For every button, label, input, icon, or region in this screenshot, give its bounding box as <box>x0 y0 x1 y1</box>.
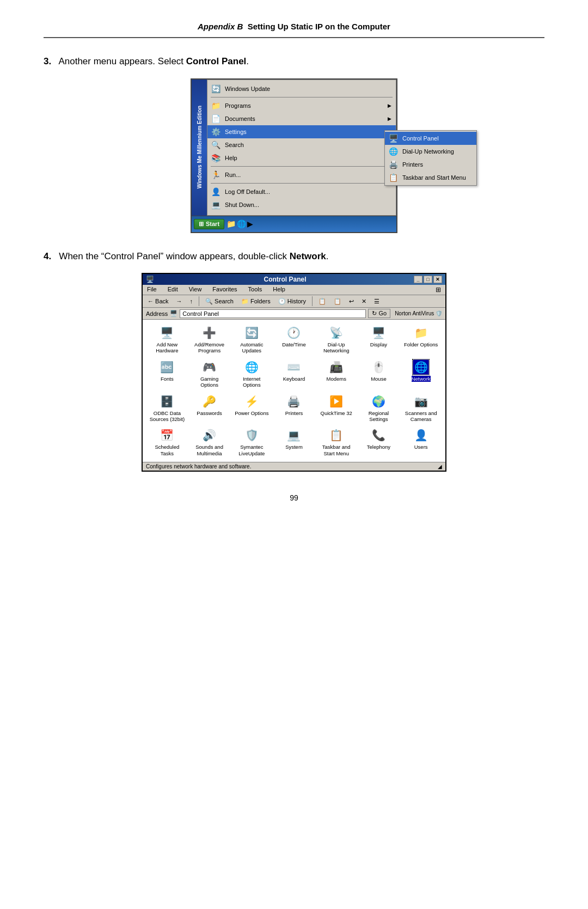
search-button[interactable]: 🔍 Search <box>203 297 236 306</box>
menu-item-label: Run... <box>225 172 241 178</box>
up-button[interactable]: ↑ <box>187 297 196 306</box>
undo-button[interactable]: ↩ <box>346 297 357 306</box>
taskbar-icon-1[interactable]: 📁 <box>226 219 236 228</box>
modems-icon: 📠 <box>328 359 345 375</box>
forward-button[interactable]: → <box>174 297 185 306</box>
menu-item-run[interactable]: 🏃 Run... <box>207 168 396 181</box>
cp-icon-fonts[interactable]: 🔤 Fonts <box>147 358 187 389</box>
regional-icon: 🌍 <box>370 394 387 409</box>
minimize-button[interactable]: _ <box>414 276 422 283</box>
back-button[interactable]: ← Back <box>145 297 171 306</box>
submenu-item-printers[interactable]: 🖨️ Printers <box>385 158 476 171</box>
cp-screenshot: 🖥️ Control Panel _ □ ✕ File Edit View Fa… <box>142 273 446 472</box>
scheduled-label: ScheduledTasks <box>155 444 179 456</box>
resize-grip: ◢ <box>438 463 442 469</box>
menu-item-help[interactable]: 📚 Help <box>207 151 396 164</box>
cp-icon-datetime[interactable]: 🕐 Date/Time <box>274 324 314 355</box>
cp-icon-display[interactable]: 🖥️ Display <box>359 324 399 355</box>
cp-icon-auto-updates[interactable]: 🔄 AutomaticUpdates <box>231 324 272 355</box>
cp-icon-system[interactable]: 💻 System <box>274 426 314 457</box>
cp-icon-keyboard[interactable]: ⌨️ Keyboard <box>274 358 314 389</box>
submenu-item-control-panel[interactable]: 🖥️ Control Panel <box>385 132 476 145</box>
printers-icon: 🖨️ <box>286 394 302 409</box>
menu-file[interactable]: File <box>145 285 159 294</box>
close-button[interactable]: ✕ <box>433 276 442 283</box>
cp-icon-quicktime[interactable]: ▶️ QuickTime 32 <box>316 393 357 424</box>
menu-favorites[interactable]: Favorites <box>210 285 239 294</box>
step-4-pre: When the “Control Panel” window appears,… <box>59 251 289 261</box>
cp-icon-regional[interactable]: 🌍 RegionalSettings <box>359 393 399 424</box>
cp-icon-taskbar-startmenu[interactable]: 📋 Taskbar andStart Menu <box>316 426 357 457</box>
taskbar-icon-2[interactable]: 🌐 <box>237 219 246 228</box>
cp-icon-network[interactable]: 🌐 Network <box>401 358 441 389</box>
menu-separator-2 <box>211 166 393 167</box>
menu-item-documents[interactable]: 📄 Documents ▶ <box>207 112 396 125</box>
datetime-label: Date/Time <box>282 341 305 347</box>
documents-arrow: ▶ <box>388 116 391 121</box>
cp-icon-symantec[interactable]: 🛡️ SymantecLiveUpdate <box>231 426 272 457</box>
cp-icon-printers[interactable]: 🖨️ Printers <box>274 393 314 424</box>
cp-icon-users[interactable]: 👤 Users <box>401 426 441 457</box>
submenu-item-taskbar[interactable]: 📋 Taskbar and Start Menu <box>385 171 476 184</box>
submenu-item-dialup[interactable]: 🌐 Dial-Up Networking <box>385 145 476 158</box>
menu-tools[interactable]: Tools <box>246 285 265 294</box>
cp-toolbar: ← Back → ↑ 🔍 Search 📁 Folders 🕐 History … <box>143 295 445 308</box>
symantec-label: SymantecLiveUpdate <box>238 444 265 456</box>
cp-icon-add-remove[interactable]: ➕ Add/RemovePrograms <box>189 324 230 355</box>
cp-icon-telephony[interactable]: 📞 Telephony <box>359 426 399 457</box>
step-3: 3. Another menu appears. Select Control … <box>44 54 544 233</box>
copy-button[interactable]: 📋 <box>316 297 329 306</box>
cp-icon-sounds[interactable]: 🔊 Sounds andMultimedia <box>189 426 230 457</box>
dialup-label: Dial-UpNetworking <box>323 341 350 354</box>
taskbar-icon-3[interactable]: ▶ <box>247 219 253 228</box>
menu-item-windows-update[interactable]: 🔄 Windows Update <box>207 82 396 95</box>
menu-item-programs[interactable]: 📁 Programs ▶ <box>207 99 396 112</box>
cp-icon-passwords[interactable]: 🔑 Passwords <box>189 393 230 424</box>
cp-icon-folder-options[interactable]: 📁 Folder Options <box>401 324 441 355</box>
step-4-number: 4. <box>44 251 51 261</box>
add-remove-icon: ➕ <box>201 325 218 340</box>
maximize-button[interactable]: □ <box>424 276 432 283</box>
menu-item-label: Log Off Default... <box>225 188 270 195</box>
cp-icon-mouse[interactable]: 🖱️ Mouse <box>359 358 399 389</box>
paste-button[interactable]: 📋 <box>331 297 344 306</box>
keyboard-icon: ⌨️ <box>286 359 302 375</box>
menu-help[interactable]: Help <box>271 285 287 294</box>
add-remove-label: Add/RemovePrograms <box>194 341 224 354</box>
history-button[interactable]: 🕐 History <box>275 297 309 306</box>
address-input[interactable] <box>180 309 366 318</box>
symantec-icon: 🛡️ <box>243 428 260 443</box>
modems-label: Modems <box>326 376 346 382</box>
cp-icon-power[interactable]: ⚡ Power Options <box>231 393 272 424</box>
cp-icon-gaming[interactable]: 🎮 GamingOptions <box>189 358 230 389</box>
cp-icon-dialup[interactable]: 📡 Dial-UpNetworking <box>316 324 357 355</box>
menu-item-search[interactable]: 🔍 Search ▶ <box>207 138 396 151</box>
cp-statusbar: Configures network hardware and software… <box>143 462 445 471</box>
printers-label: Printers <box>285 410 303 416</box>
folders-button[interactable]: 📁 Folders <box>238 297 273 306</box>
cp-icon-modems[interactable]: 📠 Modems <box>316 358 357 389</box>
cp-icon-add-hardware[interactable]: 🖥️ Add NewHardware <box>147 324 187 355</box>
cp-icon-scanners[interactable]: 📷 Scanners andCameras <box>401 393 441 424</box>
fonts-icon: 🔤 <box>159 359 175 375</box>
menu-item-logoff[interactable]: 👤 Log Off Default... <box>207 185 396 198</box>
sidebar-text: Windows Me Millennium Edition <box>197 106 203 188</box>
menu-item-label: Programs <box>225 102 251 109</box>
start-icon: ⊞ <box>199 221 204 228</box>
menu-item-settings[interactable]: ⚙️ Settings ▶ <box>207 125 396 138</box>
power-icon: ⚡ <box>243 394 260 409</box>
menu-item-shutdown[interactable]: 💻 Shut Down... <box>207 198 396 211</box>
cp-icon-odbc[interactable]: 🗄️ ODBC DataSources (32bit) <box>147 393 187 424</box>
cp-icon-scheduled[interactable]: 📅 ScheduledTasks <box>147 426 187 457</box>
views-button[interactable]: ☰ <box>371 297 382 306</box>
menu-view[interactable]: View <box>187 285 204 294</box>
keyboard-label: Keyboard <box>283 376 305 382</box>
menu-edit[interactable]: Edit <box>166 285 180 294</box>
fonts-label: Fonts <box>161 376 174 382</box>
start-button[interactable]: ⊞ Start <box>194 219 224 229</box>
printers-icon: 🖨️ <box>387 160 399 169</box>
telephony-label: Telephony <box>367 444 390 450</box>
delete-button[interactable]: ✕ <box>359 297 369 306</box>
cp-icon-internet[interactable]: 🌐 InternetOptions <box>231 358 272 389</box>
go-button[interactable]: ↻ Go <box>368 309 390 318</box>
